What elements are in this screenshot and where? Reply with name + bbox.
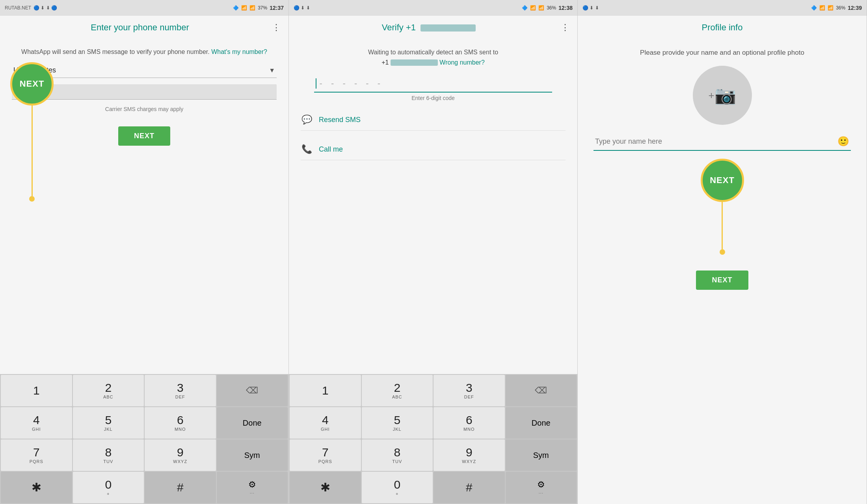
- profile-content: Please provide your name and an optional…: [578, 39, 867, 504]
- key-3-2[interactable]: 3DEF: [434, 375, 505, 406]
- bluetooth-icon-1: 🔷: [233, 5, 239, 11]
- keyboard-2: 1 2ABC 3DEF ⌫ 4GHI 5JKL 6MNO Done 7PQRS …: [289, 374, 577, 504]
- key-backspace-1[interactable]: ⌫: [217, 375, 288, 406]
- wifi-icon-3: 📶: [819, 5, 825, 11]
- key-settings-2[interactable]: ⚙···: [506, 472, 577, 503]
- key-0[interactable]: 0+: [73, 472, 144, 503]
- key-1[interactable]: 1: [1, 375, 72, 406]
- carrier-text: Carrier SMS charges may apply: [105, 106, 183, 112]
- panel-enter-phone: RUTAB.NET 🔵 ⬇ ⬇ 🔵 🔷 📶 📶 37% 12:37 Enter …: [0, 0, 289, 504]
- bluetooth-icon-2: 🔷: [522, 5, 528, 11]
- call-me-row[interactable]: 📞 Call me: [301, 139, 566, 160]
- key-done-2[interactable]: Done: [506, 407, 577, 439]
- key-backspace-2[interactable]: ⌫: [506, 375, 577, 406]
- bluetooth-icon-3: 🔷: [811, 5, 817, 11]
- status-icons-1: 🔵 ⬇ ⬇ 🔵: [33, 5, 57, 11]
- connector-dot-3: [720, 249, 725, 255]
- key-2[interactable]: 2ABC: [73, 375, 144, 406]
- next-button-bottom-1[interactable]: NEXT: [118, 126, 170, 146]
- app-bar-1: Enter your phone number ⋮: [0, 16, 288, 39]
- key-0-2[interactable]: 0+: [362, 472, 433, 503]
- name-input-field[interactable]: [595, 137, 834, 146]
- key-star-1[interactable]: ✱: [1, 472, 72, 503]
- key-8-2[interactable]: 8TUV: [362, 439, 433, 471]
- whats-my-number-link[interactable]: What's my number?: [211, 48, 267, 55]
- signal-icon-3: 📶: [828, 5, 834, 11]
- dropdown-arrow-icon: ▼: [269, 67, 275, 74]
- wrong-number-link[interactable]: Wrong number?: [439, 59, 484, 66]
- status-right-3: 🔷 📶 📶 36% 12:39: [811, 5, 862, 11]
- name-input-row: 🙂: [594, 133, 851, 151]
- emoji-picker-icon[interactable]: 🙂: [837, 136, 849, 147]
- key-3[interactable]: 3DEF: [145, 375, 216, 406]
- signal-icon-2: 📶: [538, 5, 544, 11]
- status-bar-2: 🔵 ⬇ ⬇ 🔷 📶 📶 36% 12:38: [289, 0, 577, 16]
- key-hash-2[interactable]: #: [434, 472, 505, 503]
- connector-line-1: [32, 106, 33, 196]
- key-7-2[interactable]: 7PQRS: [290, 439, 361, 471]
- next-circle-label-1: NEXT: [20, 79, 45, 89]
- otp-input-row[interactable]: - - - - - -: [314, 75, 553, 93]
- key-5[interactable]: 5JKL: [73, 407, 144, 439]
- otp-dashes: - - - - - -: [320, 78, 384, 89]
- resend-sms-row[interactable]: 💬 Resend SMS: [301, 109, 566, 131]
- time-1: 12:37: [270, 5, 284, 11]
- otp-cursor: [316, 78, 316, 89]
- call-me-label: Call me: [319, 145, 343, 154]
- key-sym-1[interactable]: Sym: [217, 439, 288, 471]
- status-icons-2: 🔵 ⬇ ⬇: [294, 5, 310, 11]
- status-left-1: RUTAB.NET 🔵 ⬇ ⬇ 🔵: [5, 5, 57, 11]
- next-circle-wrapper-1: NEXT: [10, 62, 54, 202]
- key-done-1[interactable]: Done: [217, 407, 288, 439]
- wifi-icon-1: 📶: [241, 5, 247, 11]
- keyboard-1: 1 2ABC 3DEF ⌫ 4GHI 5JKL 6MNO Done 7PQRS …: [0, 374, 288, 504]
- status-left-2: 🔵 ⬇ ⬇: [294, 5, 310, 11]
- status-bar-3: 🔵 ⬇ ⬇ 🔷 📶 📶 36% 12:39: [578, 0, 867, 16]
- avatar-upload-button[interactable]: + 📷: [693, 66, 752, 125]
- battery-1: 37%: [258, 5, 267, 11]
- key-star-2[interactable]: ✱: [290, 472, 361, 503]
- next-button-bottom-3[interactable]: NEXT: [696, 271, 748, 290]
- key-5-2[interactable]: 5JKL: [362, 407, 433, 439]
- time-3: 12:39: [848, 5, 862, 11]
- page-title-1: Enter your phone number: [8, 22, 272, 33]
- app-bar-2: Verify +1 ⋮: [289, 16, 577, 39]
- key-7[interactable]: 7PQRS: [1, 439, 72, 471]
- signal-icon-1: 📶: [249, 5, 255, 11]
- key-4-2[interactable]: 4GHI: [290, 407, 361, 439]
- next-button-area-3: NEXT: [696, 271, 748, 290]
- key-2-2[interactable]: 2ABC: [362, 375, 433, 406]
- panel-profile-info: 🔵 ⬇ ⬇ 🔷 📶 📶 36% 12:39 Profile info Pleas…: [578, 0, 867, 504]
- key-4[interactable]: 4GHI: [1, 407, 72, 439]
- key-9-2[interactable]: 9WXYZ: [434, 439, 505, 471]
- connector-line-3: [722, 202, 723, 249]
- battery-2: 36%: [547, 5, 556, 11]
- more-options-2[interactable]: ⋮: [561, 22, 569, 33]
- key-1-2[interactable]: 1: [290, 375, 361, 406]
- key-6-2[interactable]: 6MNO: [434, 407, 505, 439]
- next-circle-button-3[interactable]: NEXT: [701, 159, 744, 202]
- profile-subtitle: Please provide your name and an optional…: [640, 47, 804, 58]
- next-button-area-1: NEXT: [118, 126, 170, 146]
- status-right-2: 🔷 📶 📶 36% 12:38: [522, 5, 573, 11]
- phone-number-field[interactable]: [48, 84, 277, 99]
- key-hash-1[interactable]: #: [145, 472, 216, 503]
- status-right-1: 🔷 📶 📶 37% 12:37: [233, 5, 284, 11]
- key-9[interactable]: 9WXYZ: [145, 439, 216, 471]
- next-circle-label-3: NEXT: [710, 175, 735, 185]
- otp-label: Enter 6-digit code: [411, 95, 455, 101]
- next-circle-button-1[interactable]: NEXT: [10, 62, 54, 106]
- key-sym-2[interactable]: Sym: [506, 439, 577, 471]
- key-8[interactable]: 8TUV: [73, 439, 144, 471]
- status-icons-3: 🔵 ⬇ ⬇: [582, 5, 599, 11]
- phone-blurred-2: [391, 59, 438, 66]
- next-circle-wrapper-3: NEXT: [701, 159, 744, 255]
- chat-icon: 💬: [301, 115, 313, 125]
- more-options-1[interactable]: ⋮: [272, 22, 281, 33]
- subtitle-1: WhatsApp will send an SMS message to ver…: [21, 47, 267, 57]
- connector-dot-1: [29, 196, 35, 202]
- otp-container: - - - - - - Enter 6-digit code: [301, 75, 566, 101]
- status-bar-1: RUTAB.NET 🔵 ⬇ ⬇ 🔵 🔷 📶 📶 37% 12:37: [0, 0, 288, 16]
- key-6[interactable]: 6MNO: [145, 407, 216, 439]
- key-settings-1[interactable]: ⚙···: [217, 472, 288, 503]
